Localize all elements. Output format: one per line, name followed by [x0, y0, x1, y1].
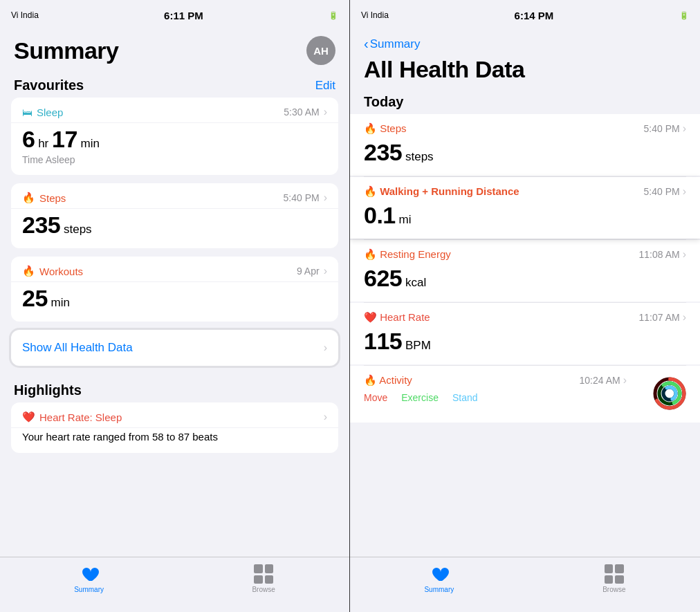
tab-summary-right[interactable]: Summary [424, 564, 454, 593]
steps-label-left: 🔥 Steps [22, 192, 66, 204]
browse-sq-r1 [605, 564, 614, 573]
steps-card-inner-right[interactable]: 🔥 Steps 5:40 PM › 235 steps [350, 114, 700, 176]
tab-browse-left[interactable]: Browse [252, 564, 275, 593]
resting-unit: kcal [402, 276, 426, 289]
sleep-hours: 6 [22, 126, 35, 152]
workouts-date: 9 Apr [297, 266, 320, 277]
edit-button[interactable]: Edit [315, 79, 335, 93]
right-time: 6:14 PM [515, 10, 554, 21]
sleep-sub: Time Asleep [22, 154, 327, 165]
steps-unit-right: steps [402, 150, 433, 163]
right-tab-bar: Summary Browse [350, 557, 700, 612]
sleep-icon: 🛏 [22, 106, 33, 118]
favourites-section-header: Favourites Edit [0, 69, 349, 98]
resting-num: 625 [364, 265, 402, 291]
exercise-label: Exercise [401, 392, 439, 403]
browse-sq-4 [265, 575, 274, 584]
battery-icon: 🔋 [329, 11, 338, 20]
sleep-card: 🛏 Sleep 5:30 AM › 6 hr 17 min Time Aslee… [11, 98, 338, 175]
heart-icon-right: ❤️ [364, 311, 377, 323]
left-header: Summary AH [0, 30, 349, 69]
tab-browse-label-right: Browse [602, 586, 625, 593]
left-page-title: Summary [14, 37, 118, 64]
browse-sq-r3 [605, 575, 614, 584]
tab-summary-left[interactable]: Summary [74, 564, 104, 593]
walking-distance-inner[interactable]: 🔥 Walking + Running Distance 5:40 PM › 0… [350, 177, 700, 239]
walking-chevron: › [683, 185, 686, 198]
browse-sq-1 [254, 564, 263, 573]
sleep-chevron: › [324, 106, 327, 118]
heart-rate-label: ❤️ Heart Rate [364, 311, 430, 324]
tab-summary-label-left: Summary [74, 586, 104, 593]
heart-rate-card: ❤️ Heart Rate 11:07 AM › 115 BPM [350, 303, 700, 364]
left-carrier: Vi India [11, 10, 39, 20]
walking-value: 0.1 mi [364, 202, 686, 229]
heart-rate-time: 11:07 AM [639, 312, 680, 323]
sleep-hr-label: hr [35, 137, 52, 150]
back-chevron-icon: ‹ [364, 36, 369, 52]
steps-meta-right: 5:40 PM › [644, 122, 686, 135]
sleep-time: 5:30 AM [284, 106, 319, 118]
workouts-unit: min [48, 296, 70, 309]
left-time: 6:11 PM [164, 10, 203, 21]
activity-chevron: › [623, 374, 627, 387]
steps-num-left: 235 [22, 212, 60, 238]
flame-icon-activity: 🔥 [364, 374, 377, 386]
heart-rate-sleep-desc: Your heart rate ranged from 58 to 87 bea… [11, 428, 338, 453]
right-battery-icon: 🔋 [679, 11, 689, 20]
resting-label: 🔥 Resting Energy [364, 248, 451, 261]
resting-energy-inner[interactable]: 🔥 Resting Energy 11:08 AM › 625 kcal [350, 240, 700, 302]
walking-unit: mi [396, 213, 412, 226]
left-screen: Summary AH Favourites Edit 🛏 Sleep 5:30 … [0, 30, 349, 612]
flame-icon-walking: 🔥 [364, 185, 377, 197]
heart-rate-meta: 11:07 AM › [639, 311, 686, 324]
heart-rate-sleep-chevron: › [324, 411, 327, 423]
workouts-card: 🔥 Workouts 9 Apr › 25 min [11, 257, 338, 322]
activity-card: 🔥 Activity 10:24 AM › Move Exercise Stan… [350, 366, 700, 423]
heart-rate-num: 115 [364, 328, 402, 354]
flame-icon-right: 🔥 [364, 122, 377, 134]
steps-card-left: 🔥 Steps 5:40 PM › 235 steps [11, 183, 338, 248]
steps-label-right: 🔥 Steps [364, 122, 407, 135]
activity-ring-svg [653, 377, 686, 410]
walking-num: 0.1 [364, 202, 396, 228]
activity-inner[interactable]: 🔥 Activity 10:24 AM › Move Exercise Stan… [350, 366, 700, 423]
heart-tab-icon-right [430, 564, 449, 584]
steps-chevron-left: › [324, 192, 327, 204]
back-button[interactable]: ‹ Summary [364, 36, 420, 52]
tab-browse-right[interactable]: Browse [602, 564, 625, 593]
flame-icon-steps-left: 🔥 [22, 192, 35, 204]
avatar[interactable]: AH [306, 36, 335, 65]
heart-rate-sleep-text: Your heart rate ranged from 58 to 87 bea… [22, 431, 218, 443]
resting-meta: 11:08 AM › [639, 248, 686, 261]
activity-meta: 10:24 AM › [580, 374, 627, 387]
browse-sq-3 [254, 575, 263, 584]
steps-value-left: 235 steps [11, 209, 338, 248]
workouts-card-row[interactable]: 🔥 Workouts 9 Apr › [11, 257, 338, 282]
steps-value-right: 235 steps [364, 139, 686, 166]
heart-rate-sleep-card[interactable]: ❤️ Heart Rate: Sleep › Your heart rate r… [11, 402, 338, 453]
resting-chevron: › [683, 248, 686, 261]
left-status-icons: 🔋 [329, 11, 338, 20]
left-phone: Vi India 6:11 PM 🔋 Summary AH Favourites… [0, 0, 350, 612]
activity-label: 🔥 Activity [364, 374, 412, 387]
tab-browse-label-left: Browse [252, 586, 275, 593]
back-nav: ‹ Summary [350, 30, 700, 55]
heart-rate-sleep-row[interactable]: ❤️ Heart Rate: Sleep › [11, 402, 338, 428]
sleep-card-row[interactable]: 🛏 Sleep 5:30 AM › [11, 98, 338, 123]
right-page-title: All Health Data [350, 55, 700, 89]
walking-distance-card: 🔥 Walking + Running Distance 5:40 PM › 0… [350, 177, 700, 239]
heart-icon-sleep: ❤️ [22, 411, 35, 423]
show-all-button[interactable]: Show All Health Data › [11, 330, 338, 366]
browse-sq-2 [265, 564, 274, 573]
heart-rate-inner[interactable]: ❤️ Heart Rate 11:07 AM › 115 BPM [350, 303, 700, 364]
today-label: Today [350, 89, 700, 114]
sleep-mins: 17 [52, 126, 77, 152]
steps-chevron-right: › [683, 122, 686, 135]
workouts-meta: 9 Apr › [297, 265, 327, 277]
sleep-min-label: min [77, 137, 100, 150]
activity-time: 10:24 AM [580, 375, 620, 386]
steps-card-row-left[interactable]: 🔥 Steps 5:40 PM › [11, 183, 338, 209]
heart-rate-value: 115 BPM [364, 328, 686, 355]
walking-label: 🔥 Walking + Running Distance [364, 185, 519, 198]
